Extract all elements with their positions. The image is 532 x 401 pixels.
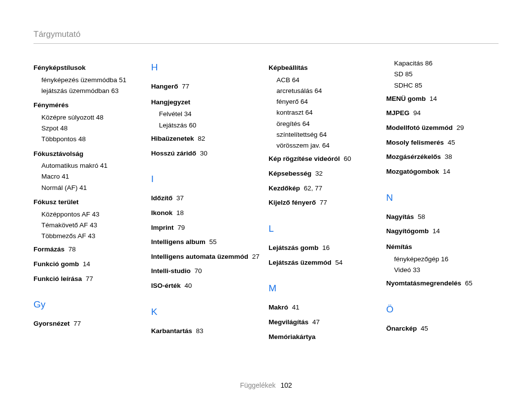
index-entry[interactable]: Mosoly felismerés 45 xyxy=(386,136,499,149)
footer-page-number: 102 xyxy=(280,381,292,389)
index-entry[interactable]: Megvilágítás 47 xyxy=(268,316,381,329)
index-subentry[interactable]: SDHC 85 xyxy=(394,81,499,91)
index-subentry[interactable]: kontraszt 64 xyxy=(276,108,381,118)
index-entry[interactable]: Kezdőkép 62, 77 xyxy=(268,182,381,195)
index-subentry[interactable]: Videó 33 xyxy=(394,265,499,275)
index-letter: Ö xyxy=(386,301,499,318)
index-page: Tárgymutató Fényképstílusokfényképezés ü… xyxy=(0,0,532,401)
index-entry[interactable]: Kép rögzítése videóról 60 xyxy=(268,153,381,165)
index-entry[interactable]: Gyorsnézet 77 xyxy=(33,317,146,330)
index-group: HangjegyzetFelvétel 34Lejátszás 60 xyxy=(151,96,264,130)
index-subentry[interactable]: lejátszás üzemmódban 63 xyxy=(41,86,146,96)
index-column: Kapacitás 86SD 85SDHC 85MENÜ gomb 14MJPE… xyxy=(386,59,499,345)
index-subentry[interactable]: öregítés 64 xyxy=(276,119,381,129)
index-entry[interactable]: Nyomtatásmegrendelés 65 xyxy=(386,277,499,290)
index-subentry[interactable]: fényképezőgép 16 xyxy=(394,254,499,264)
index-subentry[interactable]: vörösszem jav. 64 xyxy=(276,141,381,151)
index-entry[interactable]: Nagyítás 58 xyxy=(386,211,499,223)
index-subentry[interactable]: Kapacitás 86 xyxy=(394,59,499,68)
index-entry[interactable]: Lejátszás gomb 16 xyxy=(268,242,381,254)
index-subentry[interactable]: színtelítettség 64 xyxy=(276,130,381,140)
index-subentry[interactable]: arcretusálás 64 xyxy=(276,86,381,96)
index-subentry[interactable]: Macro 41 xyxy=(41,172,146,182)
index-subentry[interactable]: Középre súlyozott 48 xyxy=(41,113,146,123)
index-entry[interactable]: Memóriakártya xyxy=(268,331,381,343)
index-letter: K xyxy=(151,303,264,321)
index-subentry[interactable]: Automatikus makró 41 xyxy=(41,161,146,171)
index-entry[interactable]: Intelligens automata üzemmód 27 xyxy=(151,250,264,263)
index-entry[interactable]: Ikonok 18 xyxy=(151,207,264,219)
index-subentry[interactable]: ACB 64 xyxy=(276,75,381,85)
index-subentry[interactable]: fényerő 64 xyxy=(276,97,381,107)
index-columns: Fényképstílusokfényképezés üzemmódba 51l… xyxy=(33,59,499,345)
index-entry[interactable]: Modellfotó üzemmód 29 xyxy=(386,122,499,134)
index-group: Fényképstílusokfényképezés üzemmódba 51l… xyxy=(33,62,146,96)
index-entry[interactable]: Intelli-studio 70 xyxy=(151,265,264,278)
index-subentry[interactable]: Normál (AF) 41 xyxy=(41,183,146,193)
index-column: KépbeállításACB 64arcretusálás 64fényerő… xyxy=(268,59,381,345)
index-entry[interactable]: Fénymérés xyxy=(33,99,146,112)
index-entry[interactable]: Intelligens album 55 xyxy=(151,236,264,248)
index-entry[interactable]: Imprint 79 xyxy=(151,221,264,234)
index-entry[interactable]: Formázás 78 xyxy=(33,243,146,256)
index-letter: I xyxy=(151,170,264,188)
index-entry[interactable]: Lejátszás üzemmód 54 xyxy=(268,256,381,269)
index-subentry[interactable]: Többmezős AF 43 xyxy=(41,231,146,241)
index-entry[interactable]: Makró 41 xyxy=(268,301,381,314)
index-letter: N xyxy=(386,189,499,207)
index-group: FókusztávolságAutomatikus makró 41Macro … xyxy=(33,148,146,193)
footer-label: Függelékek xyxy=(240,381,275,389)
index-subentry[interactable]: Lejátszás 60 xyxy=(159,121,264,130)
index-entry[interactable]: Kijelző fényerő 77 xyxy=(268,196,381,209)
index-entry[interactable]: Önarckép 45 xyxy=(386,322,499,335)
index-letter: L xyxy=(268,220,381,238)
index-entry[interactable]: Hibaüzenetek 82 xyxy=(151,132,264,145)
index-entry[interactable]: Hangjegyzet xyxy=(151,96,264,109)
page-footer: Függelékek 102 xyxy=(0,381,532,389)
page-title: Tárgymutató xyxy=(33,30,499,39)
index-subentry[interactable]: SD 85 xyxy=(394,69,499,79)
index-entry[interactable]: Fókusz terület xyxy=(33,196,146,209)
index-entry[interactable]: Időzítő 37 xyxy=(151,192,264,205)
index-entry[interactable]: MJPEG 94 xyxy=(386,107,499,120)
index-entry[interactable]: Némítás xyxy=(386,241,499,253)
index-column: Fényképstílusokfényképezés üzemmódba 51l… xyxy=(33,59,146,345)
index-subentry[interactable]: fényképezés üzemmódba 51 xyxy=(41,75,146,85)
index-letter: H xyxy=(151,59,264,76)
index-group: KépbeállításACB 64arcretusálás 64fényerő… xyxy=(268,62,381,151)
index-entry[interactable]: MENÜ gomb 14 xyxy=(386,93,499,105)
index-column: HHangerő 77HangjegyzetFelvétel 34Lejátsz… xyxy=(151,59,264,345)
index-entry[interactable]: Fókusztávolság xyxy=(33,148,146,160)
index-subentry[interactable]: Többpontos 48 xyxy=(41,134,146,144)
index-entry[interactable]: Funkció leírása 77 xyxy=(33,273,146,285)
index-entry[interactable]: ISO-érték 40 xyxy=(151,279,264,292)
index-entry[interactable]: Nagyítógomb 14 xyxy=(386,225,499,238)
index-group: Fókusz területKözéppontos AF 43Témakövet… xyxy=(33,196,146,241)
index-group: Némításfényképezőgép 16Videó 33 xyxy=(386,241,499,275)
index-group: FénymérésKözépre súlyozott 48Szpot 48Töb… xyxy=(33,99,146,144)
index-subentry[interactable]: Középpontos AF 43 xyxy=(41,210,146,219)
index-entry[interactable]: Karbantartás 83 xyxy=(151,325,264,338)
index-entry[interactable]: Képbeállítás xyxy=(268,62,381,74)
index-subentry[interactable]: Témakövető AF 43 xyxy=(41,220,146,230)
index-entry[interactable]: Fényképstílusok xyxy=(33,62,146,74)
index-entry[interactable]: Mozgásérzékelős 38 xyxy=(386,151,499,163)
title-rule xyxy=(33,43,499,44)
index-entry[interactable]: Funkció gomb 14 xyxy=(33,258,146,271)
index-subentry[interactable]: Felvétel 34 xyxy=(159,109,264,119)
index-letter: Gy xyxy=(33,296,146,313)
index-entry[interactable]: Mozgatógombok 14 xyxy=(386,165,499,178)
index-entry[interactable]: Képsebesség 32 xyxy=(268,167,381,180)
index-letter: M xyxy=(268,279,381,297)
index-entry[interactable]: Hosszú záridő 30 xyxy=(151,147,264,160)
index-subentry[interactable]: Szpot 48 xyxy=(41,123,146,133)
index-entry[interactable]: Hangerő 77 xyxy=(151,80,264,93)
